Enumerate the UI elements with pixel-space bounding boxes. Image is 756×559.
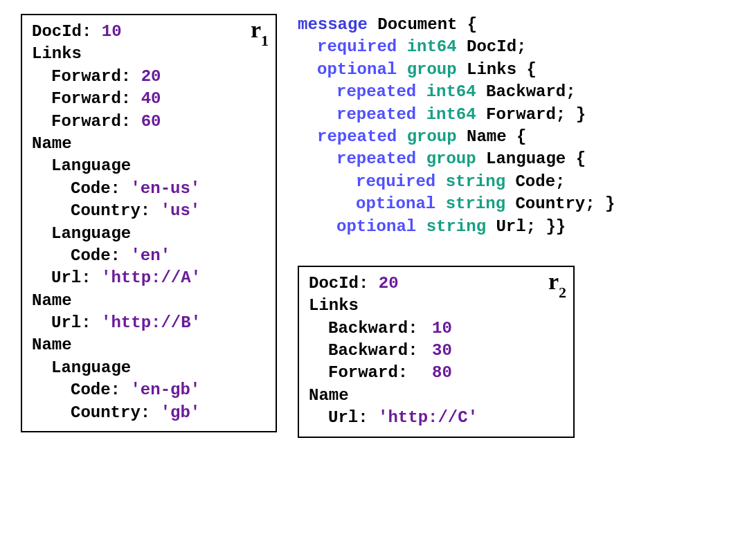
code-token: Language {	[476, 149, 586, 168]
code-token: 20	[141, 67, 161, 86]
code-line: Language	[32, 223, 266, 245]
code-token: string	[446, 172, 505, 191]
record-r2-content: DocId: 20LinksBackward: 10Backward: 30Fo…	[309, 273, 564, 430]
code-token: string	[446, 194, 505, 213]
code-line: Backward: 10	[309, 318, 564, 340]
code-token	[435, 194, 445, 213]
code-token: optional	[356, 194, 435, 213]
code-token: 'gb'	[161, 403, 201, 422]
code-token: 40	[141, 89, 161, 108]
record-r1-box: r1 DocId: 10LinksForward: 20Forward: 40F…	[21, 14, 277, 432]
code-token: DocId;	[457, 37, 527, 56]
code-line: repeated int64 Backward;	[298, 81, 735, 103]
record-label-sub: 1	[261, 32, 269, 49]
code-line: Url: 'http://B'	[32, 312, 266, 334]
code-line: Url: 'http://C'	[309, 407, 564, 429]
code-token: Url:	[328, 408, 378, 427]
record-r2-box: r2 DocId: 20LinksBackward: 10Backward: 3…	[298, 266, 575, 438]
code-line: Name	[32, 133, 266, 155]
code-token: Name {	[457, 127, 527, 146]
code-token: 10	[432, 319, 452, 338]
record-label-base: r	[251, 17, 261, 42]
code-token: Code:	[71, 246, 130, 265]
code-line: DocId: 20	[309, 273, 564, 295]
schema-content: message Document {required int64 DocId;o…	[298, 14, 735, 238]
code-line: Country: 'us'	[32, 200, 266, 222]
code-token: 30	[432, 341, 452, 360]
code-line: message Document {	[298, 14, 735, 36]
code-token: optional	[336, 217, 416, 236]
code-token: 'us'	[161, 201, 201, 220]
code-token: group	[407, 60, 457, 79]
code-line: repeated int64 Forward; }	[298, 104, 735, 126]
code-token: repeated	[336, 149, 416, 168]
code-line: optional group Links {	[298, 59, 735, 81]
code-token: Url; }}	[486, 217, 566, 236]
code-line: Backward: 30	[309, 340, 564, 362]
code-token: Backward;	[476, 82, 576, 101]
code-token	[397, 60, 406, 79]
code-line: Code: 'en'	[32, 245, 266, 267]
code-line: required int64 DocId;	[298, 36, 735, 58]
code-token: Links {	[457, 60, 537, 79]
code-token: Country:	[71, 403, 161, 422]
code-token: int64	[407, 37, 457, 56]
record-label-base: r	[548, 268, 559, 294]
code-token: repeated	[336, 82, 416, 101]
code-line: Forward: 40	[32, 88, 266, 110]
code-line: Links	[32, 43, 266, 65]
code-token: group	[407, 127, 457, 146]
code-token: Links	[309, 296, 359, 315]
code-token: Forward:	[51, 89, 141, 108]
code-token: Country:	[71, 201, 161, 220]
code-token	[435, 172, 445, 191]
code-line: Url: 'http://A'	[32, 267, 266, 289]
code-token: DocId:	[32, 22, 102, 41]
code-token: required	[356, 172, 435, 191]
code-token: int64	[426, 82, 476, 101]
left-column: r1 DocId: 10LinksForward: 20Forward: 40F…	[21, 14, 277, 452]
code-token: 'http://B'	[101, 313, 201, 332]
schema-definition: message Document {required int64 DocId;o…	[298, 14, 735, 238]
code-token: Language	[51, 156, 131, 175]
code-line: optional string Country; }	[298, 193, 735, 215]
diagram-layout: r1 DocId: 10LinksForward: 20Forward: 40F…	[21, 14, 735, 452]
code-token: 'http://C'	[378, 408, 478, 427]
code-line: Name	[309, 385, 564, 407]
code-token: DocId:	[309, 274, 379, 293]
code-token: Forward:	[328, 362, 432, 384]
code-token: Name	[309, 386, 349, 405]
right-column: message Document {required int64 DocId;o…	[298, 14, 735, 452]
code-token	[397, 37, 406, 56]
code-token: Language	[51, 358, 131, 377]
code-token: 80	[432, 363, 452, 382]
code-token: Name	[32, 336, 72, 354]
code-line: Code: 'en-gb'	[32, 379, 266, 401]
code-token	[397, 127, 406, 146]
code-token: 'http://A'	[101, 268, 201, 287]
code-token: repeated	[336, 105, 416, 124]
code-token: Code:	[71, 381, 130, 399]
record-r2-label: r2	[548, 268, 566, 299]
code-token: Name	[32, 291, 72, 310]
code-token: Language	[51, 224, 131, 243]
code-token: Backward:	[328, 318, 432, 340]
code-token: string	[426, 217, 486, 236]
code-token: Code:	[71, 179, 130, 198]
record-r1-label: r1	[251, 17, 269, 47]
code-line: repeated group Language {	[298, 148, 735, 170]
code-line: Links	[309, 295, 564, 317]
code-line: Forward: 80	[309, 362, 564, 384]
code-token: group	[426, 149, 476, 168]
code-token: Forward:	[51, 67, 141, 86]
code-token: 'en'	[130, 246, 170, 265]
code-line: Name	[32, 334, 266, 356]
code-token	[416, 82, 426, 101]
code-token: 60	[141, 112, 161, 131]
code-line: Name	[32, 290, 266, 312]
code-token: 20	[379, 274, 399, 293]
code-token: Document {	[368, 15, 477, 34]
code-token: Url:	[51, 268, 101, 287]
code-token: required	[317, 37, 397, 56]
record-r1-content: DocId: 10LinksForward: 20Forward: 40Forw…	[32, 21, 266, 424]
